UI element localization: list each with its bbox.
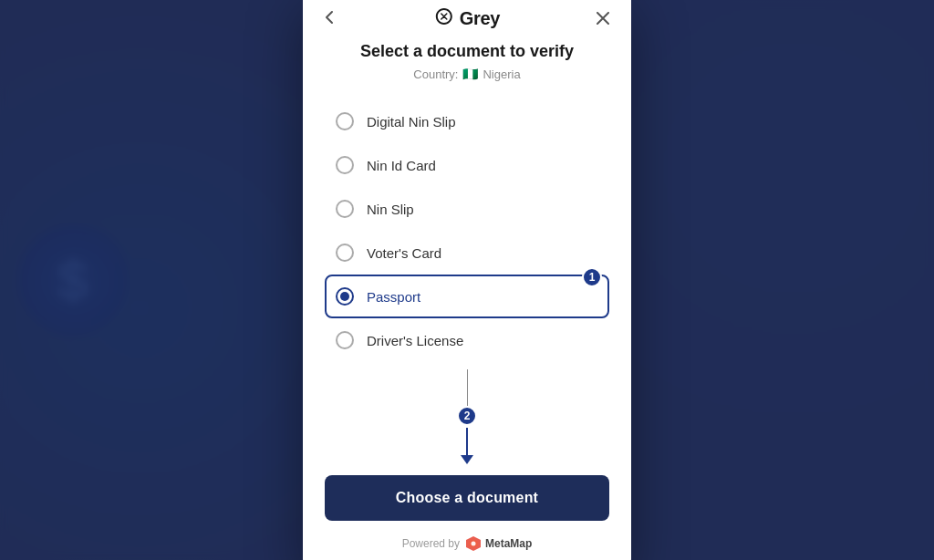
document-options-list: Digital Nin Slip Nin Id Card Nin Slip Vo… [303, 96, 631, 366]
logo-text: Grey [460, 8, 500, 29]
subtitle-country-label: Country: [413, 67, 458, 81]
country-name: Nigeria [483, 67, 520, 81]
back-button[interactable] [321, 6, 337, 31]
option-passport[interactable]: Passport 1 [325, 275, 609, 318]
nigeria-flag-icon: 🇳🇬 [462, 67, 478, 81]
option-label-digital-nin-slip: Digital Nin Slip [367, 114, 456, 130]
svg-point-2 [472, 542, 476, 546]
option-voters-card[interactable]: Voter's Card [325, 231, 609, 275]
footer-button-area: Choose a document [325, 475, 609, 521]
option-drivers-license[interactable]: Driver's License [325, 318, 609, 362]
divider-line [467, 369, 468, 406]
step-badge-2: 2 [457, 406, 477, 426]
close-button[interactable] [593, 7, 613, 31]
powered-by-section: Powered by MetaMap [303, 532, 631, 552]
arrow-down-container: 2 [457, 406, 477, 464]
option-nin-slip[interactable]: Nin Slip [325, 187, 609, 231]
option-label-drivers-license: Driver's License [367, 333, 463, 348]
step-arrow-section: 2 [303, 369, 631, 464]
metamap-icon [465, 535, 482, 552]
logo-icon [434, 6, 454, 31]
option-nin-id-card[interactable]: Nin Id Card [325, 143, 609, 187]
arrow-line [466, 428, 468, 455]
radio-passport [336, 287, 354, 306]
option-label-passport: Passport [367, 289, 420, 305]
modal-header: Grey [303, 0, 631, 42]
modal-title: Select a document to verify [325, 42, 609, 61]
choose-document-button[interactable]: Choose a document [325, 475, 609, 521]
title-section: Select a document to verify Country: 🇳🇬 … [303, 42, 631, 96]
step-badge-1: 1 [582, 267, 602, 287]
radio-voters-card [336, 244, 354, 262]
powered-by-label: Powered by [402, 537, 460, 550]
metamap-logo: MetaMap [465, 535, 532, 552]
document-select-modal: Grey Select a document to verify Country… [303, 0, 631, 560]
logo: Grey [434, 6, 500, 31]
option-label-nin-slip: Nin Slip [367, 202, 414, 217]
arrow-head-icon [461, 455, 473, 464]
option-label-voters-card: Voter's Card [367, 245, 441, 261]
modal-subtitle: Country: 🇳🇬 Nigeria [325, 67, 609, 81]
radio-nin-slip [336, 200, 354, 218]
metamap-text: MetaMap [485, 537, 532, 550]
radio-nin-id-card [336, 156, 354, 174]
option-label-nin-id-card: Nin Id Card [367, 158, 436, 173]
radio-digital-nin-slip [336, 112, 354, 130]
radio-drivers-license [336, 331, 354, 349]
option-digital-nin-slip[interactable]: Digital Nin Slip [325, 99, 609, 143]
